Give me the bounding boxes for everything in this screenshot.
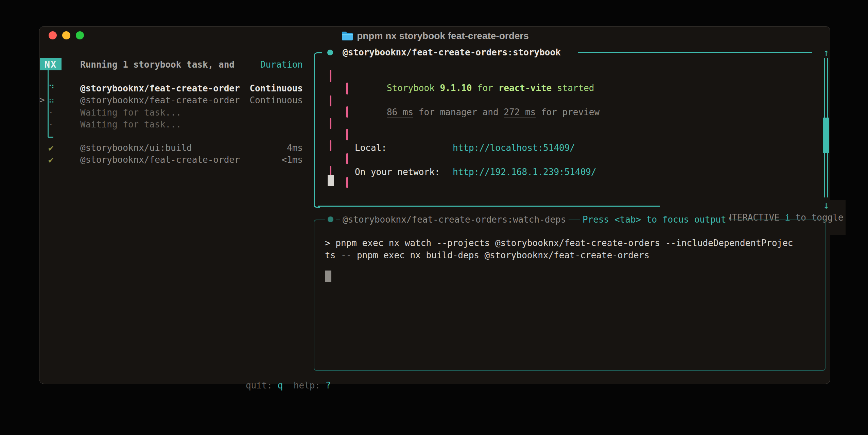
activity-bar xyxy=(346,177,348,188)
build-timing-line: 86 ms for manager and 272 ms for preview xyxy=(355,95,600,129)
duration-column-header: Duration xyxy=(260,59,303,70)
quit-key: q xyxy=(278,380,283,390)
timing-text: for preview xyxy=(536,107,600,117)
scrollbar-thumb[interactable] xyxy=(823,118,829,153)
storybook-panel-title: @storybooknx/feat-create-orders:storyboo… xyxy=(343,47,561,58)
task-status: Continuous xyxy=(249,94,303,106)
task-row[interactable]: · Waiting for task... xyxy=(39,119,303,130)
activity-bar xyxy=(346,83,348,94)
scroll-down-arrow[interactable]: ↓ xyxy=(821,200,832,210)
task-summary: Running 1 storybook task, and xyxy=(80,59,235,70)
task-name: Waiting for task... xyxy=(80,107,181,118)
started-text: Storybook xyxy=(387,83,440,93)
task-name: @storybooknx/ui:build xyxy=(80,142,192,154)
local-url-link[interactable]: http://localhost:51409/ xyxy=(453,142,575,154)
terminal-cursor xyxy=(328,175,334,186)
started-text: for xyxy=(472,83,498,93)
storybook-panel-border xyxy=(578,52,812,53)
command-line: > pnpm exec nx watch --projects @storybo… xyxy=(325,237,793,249)
check-icon: ✔ xyxy=(48,154,54,166)
task-status-dot xyxy=(328,216,333,222)
local-label: Local: xyxy=(355,142,387,154)
task-list-header: Running 1 storybook task, and Duration xyxy=(39,59,303,70)
desktop: pnpm nx storybook feat-create-orders NX … xyxy=(0,0,868,435)
task-row[interactable]: > ⠙ @storybooknx/feat-create-order Conti… xyxy=(39,83,303,94)
scroll-up-arrow[interactable]: ↑ xyxy=(821,48,832,58)
timing-text: for manager and xyxy=(413,107,504,117)
watch-panel-title: @storybooknx/feat-create-orders:watch-de… xyxy=(340,214,569,225)
activity-bar xyxy=(330,140,331,151)
activity-bar xyxy=(346,129,348,140)
help-key: ? xyxy=(326,380,331,390)
quit-label: quit: xyxy=(246,380,272,390)
folder-icon xyxy=(341,31,353,41)
terminal-window: pnpm nx storybook feat-create-orders NX … xyxy=(39,26,830,384)
help-label: help: xyxy=(294,380,320,390)
task-duration: <1ms xyxy=(281,154,303,166)
task-duration: 4ms xyxy=(287,142,303,154)
task-name: @storybooknx/feat-create-order xyxy=(80,83,240,94)
window-title: pnpm nx storybook feat-create-orders xyxy=(357,31,529,41)
completed-task-row[interactable]: ✔ @storybooknx/feat-create-order <1ms xyxy=(39,154,303,166)
storybook-panel-border xyxy=(314,203,320,208)
network-url-link[interactable]: http://192.168.1.239:51409/ xyxy=(453,166,596,178)
spinner-icon: ⠙ xyxy=(48,83,55,94)
task-status-dot xyxy=(327,50,333,55)
activity-bar xyxy=(346,153,348,164)
preview-time: 272 ms xyxy=(504,107,536,118)
watch-status-dot-wrap xyxy=(325,216,336,222)
task-row[interactable]: ⠶ @storybooknx/feat-create-order Continu… xyxy=(39,94,303,106)
focus-output-hint: Press <tab> to focus output xyxy=(580,214,729,225)
task-status: Continuous xyxy=(249,83,303,94)
check-icon: ✔ xyxy=(48,142,54,154)
task-name: Waiting for task... xyxy=(80,119,181,130)
spinner-icon: ⠶ xyxy=(48,94,55,106)
titlebar: pnpm nx storybook feat-create-orders xyxy=(39,30,831,42)
framework-name: react-vite xyxy=(499,83,552,93)
command-line: ts -- pnpm exec nx build-deps @storybook… xyxy=(325,249,649,261)
activity-bar xyxy=(330,70,331,82)
activity-bar xyxy=(330,118,331,129)
keybind-footer: quit: q help: ? xyxy=(214,368,331,403)
task-name: @storybooknx/feat-create-order xyxy=(80,154,240,166)
storybook-panel-border xyxy=(314,52,322,60)
manager-time: 86 ms xyxy=(387,107,413,118)
activity-bar xyxy=(330,95,331,106)
storybook-panel-border xyxy=(318,206,660,207)
pending-dot-icon: · xyxy=(48,119,54,130)
task-row[interactable]: · Waiting for task... xyxy=(39,107,303,118)
storybook-panel-border xyxy=(314,58,315,207)
task-name: @storybooknx/feat-create-order xyxy=(80,94,240,106)
started-text: started xyxy=(552,83,594,93)
pending-dot-icon: · xyxy=(48,107,54,118)
completed-task-row[interactable]: ✔ @storybooknx/ui:build 4ms xyxy=(39,142,303,154)
network-label: On your network: xyxy=(355,166,440,178)
terminal-cursor xyxy=(325,271,331,282)
activity-bar xyxy=(346,106,348,118)
storybook-version: 9.1.10 xyxy=(440,83,472,93)
